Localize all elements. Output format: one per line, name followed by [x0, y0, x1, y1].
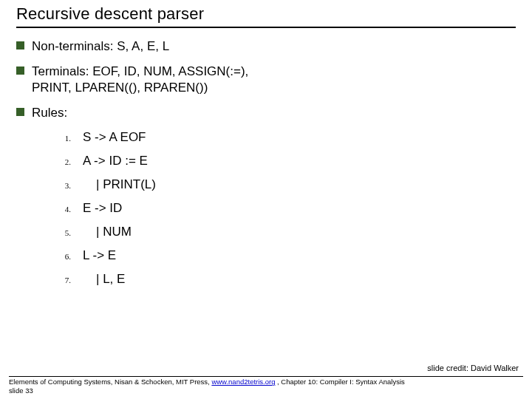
rule-number: 2. [61, 157, 71, 166]
square-bullet-icon [16, 41, 24, 50]
square-bullet-icon [16, 108, 24, 116]
footer-slide-number: slide 33 [9, 386, 33, 395]
rule-text: | PRINT(L) [83, 177, 156, 192]
title-underline [16, 27, 516, 28]
rule-number: 5. [61, 228, 71, 237]
rule-number: 4. [61, 205, 71, 214]
footer-text-post: , Chapter 10: Compiler I: Syntax Analysi… [275, 378, 404, 386]
slide: Recursive descent parser Non-terminals: … [0, 0, 532, 399]
rule-number: 6. [61, 252, 71, 261]
bullet-text: Non-terminals: S, A, E, L [32, 38, 169, 55]
rules-list: 1. S -> A EOF 2. A -> ID := E 3. | PRINT… [61, 130, 516, 287]
footer-text-pre: Elements of Computing Systems, Nisan & S… [9, 378, 211, 386]
rule-item: 3. | PRINT(L) [61, 177, 516, 192]
rule-text: | NUM [83, 225, 132, 239]
rule-number: 3. [61, 181, 71, 190]
rule-text: S -> A EOF [83, 130, 146, 145]
footer-link[interactable]: www.nand2tetris.org [211, 378, 275, 386]
square-bullet-icon [16, 66, 24, 75]
rule-item: 5. | NUM [61, 225, 516, 239]
rule-item: 2. A -> ID := E [61, 154, 516, 168]
slide-credit: slide credit: David Walker [427, 364, 519, 372]
rule-number: 1. [61, 134, 71, 143]
rule-text: E -> ID [83, 201, 122, 216]
bullet-rules: Rules: [16, 105, 516, 121]
rule-item: 4. E -> ID [61, 201, 516, 216]
slide-title: Recursive descent parser [16, 4, 516, 27]
rule-number: 7. [61, 276, 71, 284]
rule-text: A -> ID := E [83, 154, 148, 168]
rule-text: L -> E [83, 248, 116, 263]
bullet-text: Terminals: EOF, ID, NUM, ASSIGN(:=), PRI… [32, 64, 253, 96]
bullet-terminals: Terminals: EOF, ID, NUM, ASSIGN(:=), PRI… [16, 64, 516, 96]
footer-divider [9, 376, 523, 377]
rule-item: 6. L -> E [61, 248, 516, 263]
bullet-text: Rules: [32, 105, 67, 121]
rule-item: 7. | L, E [61, 272, 516, 287]
rule-item: 1. S -> A EOF [61, 130, 516, 145]
slide-footer: Elements of Computing Systems, Nisan & S… [9, 378, 523, 395]
rule-text: | L, E [83, 272, 125, 287]
bullet-nonterminals: Non-terminals: S, A, E, L [16, 38, 516, 55]
